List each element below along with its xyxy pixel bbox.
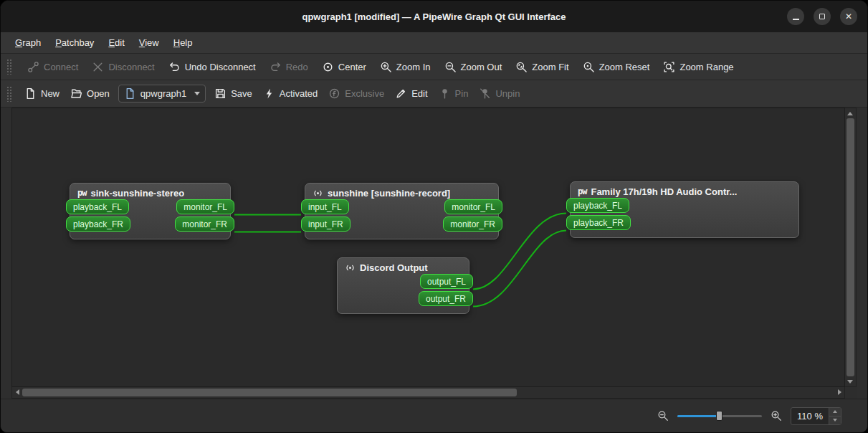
center-icon [322, 61, 334, 73]
scroll-up-button[interactable] [845, 108, 855, 118]
horizontal-scrollbar-thumb[interactable] [22, 389, 517, 396]
zoom-out-button[interactable]: Zoom Out [442, 58, 505, 76]
chevron-down-icon [194, 92, 200, 95]
toolbar-drag-handle[interactable] [6, 59, 11, 75]
redo-button[interactable]: Redo [267, 58, 310, 76]
graph-node[interactable]: pw Family 17h/19h HD Audio Contr... play… [570, 181, 799, 238]
open-folder-icon [70, 87, 82, 100]
port-in[interactable]: playback_FR [566, 215, 631, 230]
window-controls: ✕ [787, 8, 867, 25]
minimize-button[interactable] [787, 8, 804, 25]
menu-edit[interactable]: Edit [101, 32, 131, 53]
port-out[interactable]: monitor_FR [443, 217, 502, 232]
zoom-in-button[interactable]: Zoom In [378, 58, 433, 76]
exclusive-toggle[interactable]: Exclusive [326, 85, 386, 103]
node-header[interactable]: pw Family 17h/19h HD Audio Contr... [571, 182, 798, 198]
menu-graph[interactable]: Graph [8, 32, 48, 53]
spin-up-button[interactable] [829, 408, 841, 417]
close-button[interactable]: ✕ [840, 8, 857, 25]
node-ports: playback_FL playback_FR [571, 198, 798, 237]
graph-toolbar: Connect Disconnect Undo Disconnect Redo … [1, 54, 867, 80]
horizontal-scrollbar[interactable] [11, 387, 845, 399]
node-ports: playback_FL monitor_FL playback_FR monit… [70, 199, 230, 239]
new-button[interactable]: New [22, 85, 62, 103]
scrollbar-corner [845, 387, 857, 399]
port-out[interactable]: monitor_FL [444, 199, 502, 214]
canvas-area: pw sink-sunshine-stereo playback_FL moni… [11, 108, 857, 399]
session-selector[interactable]: qpwgraph1 [118, 85, 206, 103]
undo-disconnect-button[interactable]: Undo Disconnect [166, 58, 258, 76]
stream-icon [313, 188, 323, 199]
close-icon: ✕ [845, 12, 852, 21]
zoom-slider-fill [677, 415, 719, 417]
zoom-out-small-button[interactable] [657, 410, 669, 422]
disconnect-button[interactable]: Disconnect [90, 58, 156, 76]
pipewire-icon: pw [578, 186, 586, 196]
edit-button[interactable]: Edit [393, 85, 429, 103]
node-title: Discord Output [360, 262, 428, 273]
port-out[interactable]: monitor_FL [176, 199, 234, 214]
graph-node[interactable]: sunshine [sunshine-record] input_FL moni… [305, 183, 499, 239]
node-title: sink-sunshine-stereo [90, 188, 184, 199]
graph-canvas[interactable]: pw sink-sunshine-stereo playback_FL moni… [11, 108, 845, 387]
graph-node[interactable]: pw sink-sunshine-stereo playback_FL moni… [70, 183, 231, 239]
arrow-down-icon [847, 380, 853, 384]
zoom-out-icon [444, 61, 457, 73]
session-selector-value: qpwgraph1 [140, 88, 186, 99]
scroll-left-button[interactable] [12, 387, 22, 397]
port-in[interactable]: playback_FR [66, 217, 130, 232]
pin-icon [439, 87, 451, 100]
pin-button[interactable]: Pin [437, 85, 471, 103]
port-out[interactable]: monitor_FR [175, 217, 234, 232]
menubar: Graph Patchbay Edit View Help [1, 32, 867, 54]
menu-help[interactable]: Help [166, 32, 200, 53]
activated-toggle[interactable]: Activated [261, 85, 320, 103]
app-window: qpwgraph1 [modified] — A PipeWire Graph … [0, 0, 868, 433]
node-header[interactable]: Discord Output [338, 258, 469, 274]
graph-node[interactable]: Discord Output output_FL output_FR [337, 257, 469, 314]
port-out[interactable]: output_FR [419, 291, 473, 306]
node-header[interactable]: pw sink-sunshine-stereo [70, 184, 230, 199]
zoom-fit-icon [515, 61, 528, 73]
scroll-right-button[interactable] [834, 387, 844, 397]
save-button[interactable]: Save [212, 85, 254, 103]
node-header[interactable]: sunshine [sunshine-record] [305, 184, 498, 199]
arrow-up-icon [833, 410, 837, 413]
scroll-down-button[interactable] [845, 376, 855, 386]
save-icon [214, 87, 226, 100]
connect-button[interactable]: Connect [25, 58, 80, 76]
menu-view[interactable]: View [132, 32, 166, 53]
connection[interactable] [473, 231, 566, 307]
zoom-reset-button[interactable]: Zoom Reset [581, 58, 652, 76]
patchbay-toolbar: New Open qpwgraph1 Save Activated Exclus… [1, 80, 867, 108]
zoom-in-icon [771, 410, 782, 422]
port-in[interactable]: input_FR [301, 217, 350, 232]
node-title: sunshine [sunshine-record] [328, 188, 450, 199]
open-button[interactable]: Open [68, 85, 112, 103]
center-button[interactable]: Center [320, 58, 368, 76]
port-out[interactable]: output_FL [420, 274, 473, 289]
exclusive-icon [328, 87, 340, 100]
vertical-scrollbar[interactable] [845, 108, 857, 387]
zoom-slider-handle[interactable] [716, 411, 722, 421]
zoom-range-button[interactable]: Zoom Range [661, 58, 735, 76]
zoom-in-small-button[interactable] [771, 410, 782, 422]
titlebar[interactable]: qpwgraph1 [modified] — A PipeWire Graph … [1, 1, 867, 32]
zoom-slider[interactable] [677, 409, 762, 422]
menu-patchbay[interactable]: Patchbay [48, 32, 101, 53]
port-in[interactable]: playback_FL [566, 198, 629, 213]
maximize-button[interactable] [814, 8, 831, 25]
port-in[interactable]: playback_FL [66, 199, 129, 214]
undo-icon [168, 61, 181, 73]
unpin-button[interactable]: Unpin [477, 85, 522, 103]
toolbar-drag-handle[interactable] [6, 86, 11, 102]
spin-down-button[interactable] [829, 417, 841, 424]
zoom-reset-icon [583, 61, 595, 73]
window-title: qpwgraph1 [modified] — A PipeWire Graph … [1, 11, 867, 22]
spin-buttons [829, 408, 841, 424]
zoom-spinbox[interactable]: 110 % [791, 407, 841, 425]
zoom-fit-button[interactable]: Zoom Fit [513, 58, 571, 76]
port-in[interactable]: input_FL [301, 199, 349, 214]
pencil-icon [395, 87, 407, 100]
vertical-scrollbar-thumb[interactable] [846, 118, 854, 376]
